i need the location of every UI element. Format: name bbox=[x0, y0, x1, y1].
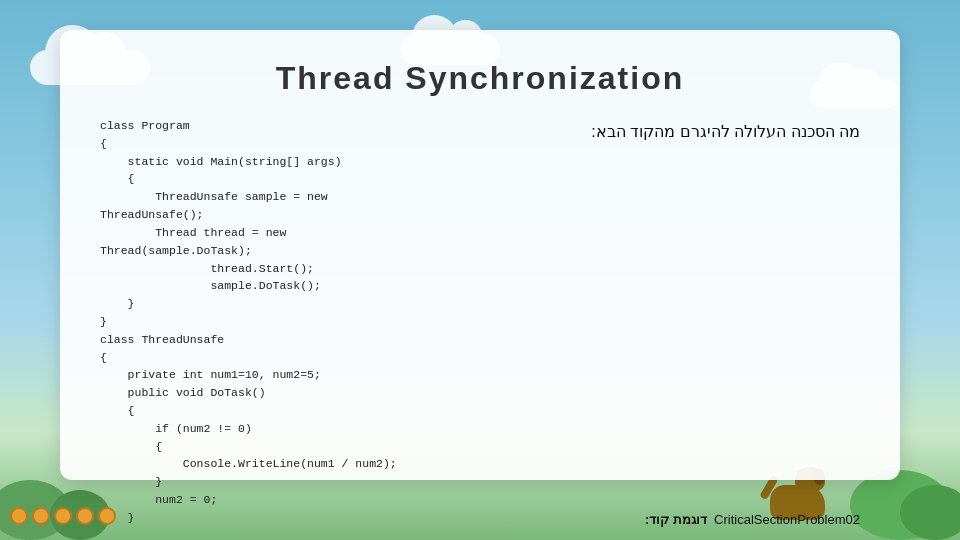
example-value: CriticalSectionProblem02 bbox=[714, 512, 860, 527]
right-panel: מה הסכנה העלולה להיגרם מהקוד הבא: Critic… bbox=[580, 117, 860, 527]
main-card: Thread Synchronization class Program { s… bbox=[60, 30, 900, 480]
snail-circle-1 bbox=[10, 507, 28, 525]
code-block: class Program { static void Main(string[… bbox=[100, 117, 550, 527]
title-light: Thread bbox=[276, 60, 406, 96]
snail-circle-2 bbox=[32, 507, 50, 525]
title-bold: Synchronization bbox=[405, 60, 684, 96]
slide-title: Thread Synchronization bbox=[100, 60, 860, 97]
snail-circle-4 bbox=[76, 507, 94, 525]
hebrew-question: מה הסכנה העלולה להיגרם מהקוד הבא: bbox=[591, 122, 860, 141]
example-label-text: דוגמת קוד: bbox=[645, 512, 707, 527]
snail-circle-3 bbox=[54, 507, 72, 525]
snail-decoration bbox=[10, 507, 116, 525]
example-label: CriticalSectionProblem02 דוגמת קוד: bbox=[645, 512, 860, 527]
snail-circle-5 bbox=[98, 507, 116, 525]
content-area: class Program { static void Main(string[… bbox=[100, 117, 860, 527]
